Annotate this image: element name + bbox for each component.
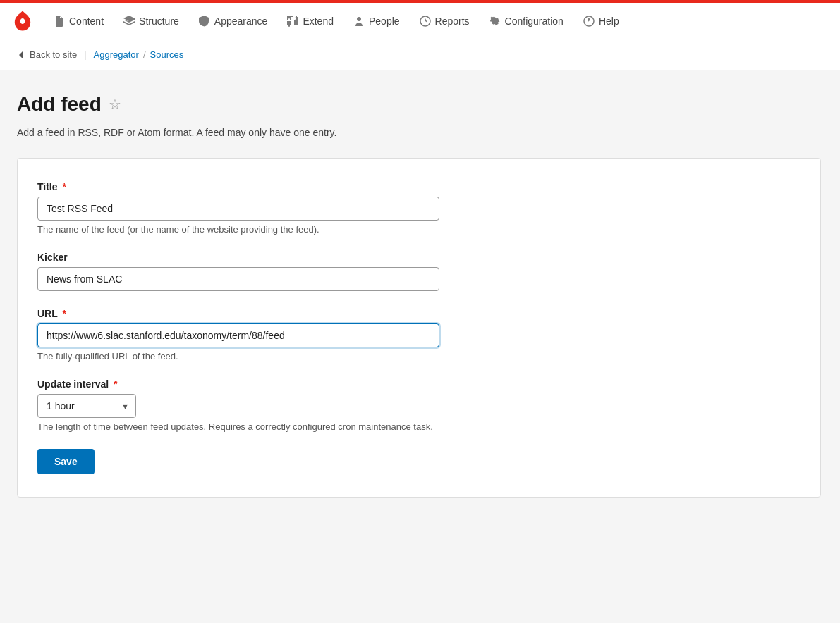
favorite-star-icon[interactable]: ☆ [109,96,121,113]
person-icon [353,16,365,27]
back-to-site-link[interactable]: Back to site [17,49,77,60]
shield-icon [199,16,210,27]
nav-help[interactable]: Help [575,10,628,32]
kicker-input[interactable] [37,267,439,291]
nav-appearance[interactable]: Appearance [190,10,276,32]
interval-required-marker: * [114,378,117,390]
nav-people[interactable]: People [345,10,408,32]
nav-configuration[interactable]: Configuration [481,10,572,32]
nav-structure-label: Structure [139,16,179,27]
kicker-field-group: Kicker [37,252,801,291]
page-title: Add feed [17,93,102,116]
nav-structure[interactable]: Structure [115,10,188,32]
nav-appearance-label: Appearance [214,16,268,27]
page-title-row: Add feed ☆ [17,93,823,116]
back-to-site-label: Back to site [30,49,77,60]
nav-people-label: People [369,16,400,27]
interval-select-wrapper: 15 minutes30 minutes1 hour2 hours6 hours… [37,394,136,418]
breadcrumb-aggregator[interactable]: Aggregator [94,49,139,60]
nav-extend[interactable]: Extend [279,10,342,32]
title-field-group: Title * The name of the feed (or the nam… [37,181,801,235]
puzzle-icon [287,16,298,27]
nav-reports-label: Reports [435,16,470,27]
nav-content-label: Content [69,16,104,27]
breadcrumb-divider-1: | [84,49,86,60]
save-button[interactable]: Save [37,449,95,474]
gear-icon [489,16,501,27]
title-required-marker: * [62,181,66,192]
url-help: The fully-qualified URL of the feed. [37,351,801,362]
drupal-logo[interactable] [11,10,34,32]
title-label: Title * [37,181,801,192]
logo-icon [11,10,34,32]
nav-content[interactable]: Content [45,10,112,32]
nav-configuration-label: Configuration [505,16,564,27]
interval-select[interactable]: 15 minutes30 minutes1 hour2 hours6 hours… [37,394,136,418]
add-feed-form: Title * The name of the feed (or the nam… [17,158,821,498]
interval-label: Update interval * [37,378,801,390]
url-label: URL * [37,308,801,319]
breadcrumb: Back to site | Aggregator / Sources [0,39,840,70]
nav-reports[interactable]: Reports [411,10,478,32]
interval-field-group: Update interval * 15 minutes30 minutes1 … [37,378,801,432]
kicker-label: Kicker [37,252,801,263]
interval-help: The length of time between feed updates.… [37,421,801,432]
url-required-marker: * [62,308,66,319]
breadcrumb-sources[interactable]: Sources [150,49,184,60]
main-nav: Content Structure Appearance Extend Peop… [0,3,840,39]
url-input[interactable] [37,323,439,347]
layers-icon [123,16,135,27]
question-icon [583,16,595,27]
title-help: The name of the feed (or the name of the… [37,224,801,235]
nav-extend-label: Extend [303,16,334,27]
title-input[interactable] [37,197,439,221]
url-field-group: URL * The fully-qualified URL of the fee… [37,308,801,362]
nav-help-label: Help [599,16,619,27]
main-content: Add feed ☆ Add a feed in RSS, RDF or Ato… [0,70,840,520]
back-arrow-icon [17,50,27,60]
chart-icon [420,16,431,27]
file-icon [54,16,65,27]
page-description: Add a feed in RSS, RDF or Atom format. A… [17,127,823,138]
breadcrumb-sep: / [143,49,146,60]
